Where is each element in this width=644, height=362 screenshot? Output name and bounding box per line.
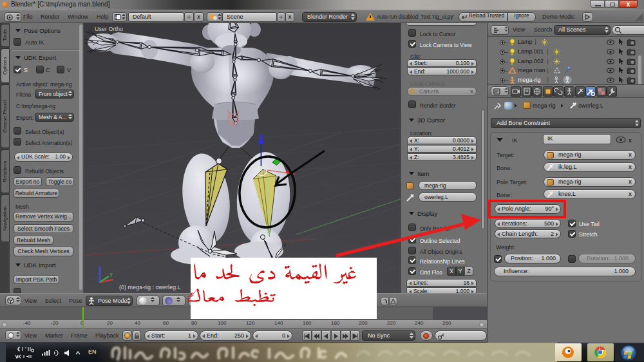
svg-text:User Ortho: User Ortho [95,26,123,32]
svg-text:y: y [110,272,113,277]
svg-text:(0) mega-rig : owerleg.L: (0) mega-rig : owerleg.L [119,284,181,291]
